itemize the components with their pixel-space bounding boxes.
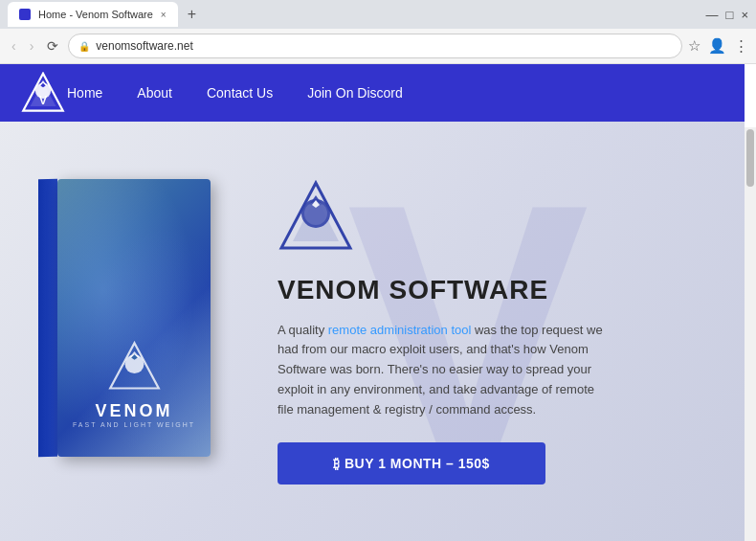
box-spine bbox=[38, 178, 57, 457]
account-icon[interactable]: 👤 bbox=[708, 37, 726, 55]
nav-contact[interactable]: Contact Us bbox=[207, 85, 273, 101]
product-box: VENOM FAST AND LIGHT WEIGHT bbox=[38, 179, 230, 485]
nav-about[interactable]: About bbox=[137, 85, 172, 101]
website-content: V Home About Contact Us Join On Discord … bbox=[0, 64, 745, 541]
address-bar-actions: ☆ 👤 ⋮ bbox=[688, 37, 748, 55]
hero-title: VENOM SOFTWARE bbox=[278, 275, 716, 305]
scrollbar-thumb[interactable] bbox=[746, 129, 754, 187]
url-bar[interactable]: 🔒 venomsoftware.net bbox=[68, 34, 682, 58]
close-button[interactable]: × bbox=[741, 8, 748, 22]
box-main: VENOM FAST AND LIGHT WEIGHT bbox=[57, 179, 211, 457]
new-tab-button[interactable]: + bbox=[184, 6, 200, 23]
nav-links: Home About Contact Us Join On Discord bbox=[67, 84, 403, 101]
bookmark-icon[interactable]: ☆ bbox=[688, 37, 700, 55]
lock-icon: 🔒 bbox=[78, 41, 90, 52]
site-logo: V bbox=[19, 72, 67, 115]
menu-icon[interactable]: ⋮ bbox=[734, 37, 748, 55]
window-controls: — □ × bbox=[706, 8, 748, 22]
svg-point-15 bbox=[304, 202, 327, 225]
browser-tab[interactable]: Home - Venom Software × bbox=[8, 2, 178, 27]
buy-button[interactable]: ₿ BUY 1 MONTH – 150$ bbox=[278, 442, 545, 485]
rat-link[interactable]: remote administration tool bbox=[328, 323, 472, 337]
hero-content: VENOM SOFTWARE A quality remote administ… bbox=[268, 179, 716, 485]
box-logo: VENOM FAST AND LIGHT WEIGHT bbox=[73, 341, 195, 428]
url-text: venomsoftware.net bbox=[96, 39, 672, 53]
site-navbar: V Home About Contact Us Join On Discord bbox=[0, 64, 745, 122]
forward-button[interactable]: › bbox=[26, 36, 38, 56]
hero-description: A quality remote administration tool was… bbox=[278, 321, 603, 420]
minimize-button[interactable]: — bbox=[706, 8, 719, 22]
desc-before: A quality bbox=[278, 323, 328, 337]
scrollbar[interactable] bbox=[745, 127, 756, 541]
nav-home[interactable]: Home bbox=[67, 85, 102, 101]
box-title: VENOM bbox=[95, 401, 172, 421]
refresh-button[interactable]: ⟳ bbox=[43, 36, 62, 56]
address-bar: ‹ › ⟳ 🔒 venomsoftware.net ☆ 👤 ⋮ bbox=[0, 29, 756, 63]
tab-favicon bbox=[19, 9, 31, 20]
title-bar: Home - Venom Software × + — □ × bbox=[0, 0, 756, 29]
maximize-button[interactable]: □ bbox=[726, 8, 734, 22]
tab-title: Home - Venom Software bbox=[38, 9, 153, 20]
hero-section: 🔍 V VENOM bbox=[0, 122, 745, 541]
box-subtitle: FAST AND LIGHT WEIGHT bbox=[73, 421, 195, 428]
tab-close-button[interactable]: × bbox=[161, 10, 167, 20]
back-button[interactable]: ‹ bbox=[8, 36, 20, 56]
nav-discord[interactable]: Join On Discord bbox=[307, 85, 403, 101]
